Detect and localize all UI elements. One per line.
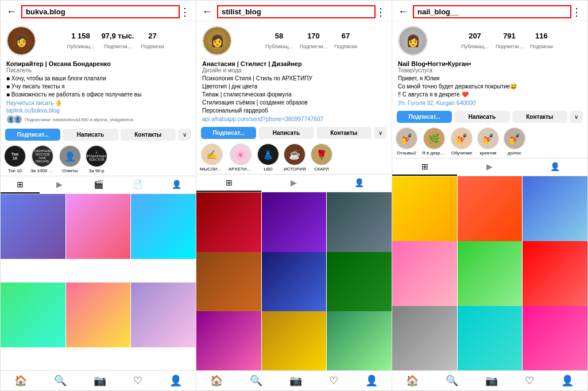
bottom-nav-stilist: 🏠 🔍 📷 ♡ 👤 (196, 370, 392, 390)
back-button-nail[interactable]: ← (398, 6, 408, 18)
grid-item-n3[interactable] (523, 176, 587, 241)
tab-grid-bukva[interactable]: ⊞ (1, 176, 40, 193)
stats-stilist: 58 Публикац... 170 Подписчи... 67 Подпис… (237, 32, 386, 51)
subscribe-button-stilist[interactable]: Подписат... (201, 127, 256, 139)
nav-home-stilist[interactable]: 🏠 (210, 374, 223, 387)
grid-item-n4[interactable] (392, 241, 457, 306)
write-button-bukva[interactable]: Написать (63, 129, 118, 141)
nav-search-bukva[interactable]: 🔍 (54, 374, 67, 387)
highlight-1000[interactable]: СБОРНИКПОСТОВНАК ПИСАТЬ За 1000 руб. (30, 145, 55, 173)
back-button-bukva[interactable]: ← (6, 6, 17, 18)
tab-saved-bukva[interactable]: 📄 (118, 176, 157, 193)
tab-tagged-nail[interactable]: 👤 (523, 158, 587, 176)
highlights-nail: 💅 Отзывы2 🌿 Я в декрете... 💅 Обучение 💅 … (392, 125, 587, 158)
grid-item-s6[interactable] (327, 252, 392, 317)
contacts-button-bukva[interactable]: Контакты (121, 129, 176, 141)
tab-grid-stilist[interactable]: ⊞ (196, 175, 261, 192)
profile-stilist: ← stilist_blog ⋮ 👩 58 Публикац... 170 По… (196, 1, 392, 390)
highlight-otzyvy[interactable]: 💅 Отзывы2 (396, 127, 417, 156)
grid-item-n5[interactable] (458, 241, 523, 306)
highlight-lbd[interactable]: 👗 LBD (257, 144, 279, 172)
grid-item-n7[interactable] (392, 306, 457, 370)
tab-video-nail[interactable]: ▶ (457, 158, 522, 176)
link-bukva[interactable]: taplink.cc/bukva.blog (6, 107, 190, 114)
tab-video-bukva[interactable]: ▶ (40, 176, 79, 193)
link-stilist[interactable]: api.whatsapp.com/send?phone=380997747607 (202, 116, 386, 122)
subscribe-button-nail[interactable]: Подписат... (397, 111, 452, 123)
nav-search-nail[interactable]: 🔍 (446, 374, 458, 387)
highlight-historia[interactable]: ☕ ИСТОРИЯ (284, 144, 306, 172)
nav-profile-stilist[interactable]: 👤 (365, 374, 378, 387)
profile-info-nail: 👩 207 Публикац... 791 Подписчи... 116 По… (392, 21, 587, 60)
back-button-stilist[interactable]: ← (202, 6, 212, 18)
tab-igtv-bukva[interactable]: 🎬 (79, 176, 118, 193)
nav-likes-stilist[interactable]: ♡ (329, 374, 338, 387)
nav-search-stilist[interactable]: 🔍 (250, 374, 262, 387)
highlight-90[interactable]: 7 ПРОДАЮЩИХТЕКСТОВ За 90 р (86, 145, 107, 173)
nav-profile-nail[interactable]: 👤 (561, 374, 574, 387)
grid-item-s5[interactable] (262, 252, 327, 317)
nav-profile-bukva[interactable]: 👤 (169, 374, 182, 387)
grid-item-2[interactable] (66, 194, 131, 259)
highlight-before-after[interactable]: 💅 до/пос (504, 127, 525, 156)
bio-text-stilist: Психология Стиля | Стиль по АРХЕТИПУ Цве… (202, 75, 386, 115)
grid-item-n2[interactable] (458, 176, 523, 241)
nav-camera-bukva[interactable]: 📷 (94, 374, 106, 387)
grid-item-5[interactable] (66, 282, 131, 347)
tab-video-stilist[interactable]: ▶ (261, 175, 326, 192)
profile-nail: ← nail_blog__ ⋮ 👩 207 Публикац... 791 По… (392, 1, 587, 390)
learn-link-bukva[interactable]: Научиться писать 🤚 (6, 100, 190, 106)
more-button-bukva[interactable]: ⋮ (180, 6, 190, 18)
grid-item-n1[interactable] (392, 176, 457, 241)
grid-item-s8[interactable] (262, 311, 327, 370)
highlight-training[interactable]: 💅 Обучение (451, 127, 473, 156)
dropdown-button-bukva[interactable]: ∨ (178, 129, 191, 141)
highlight-decree[interactable]: 🌿 Я в декрете... (422, 127, 446, 156)
grid-item-n9[interactable] (523, 306, 587, 370)
tab-tagged-bukva[interactable]: 👤 (157, 176, 196, 193)
grid-item-s9[interactable]: ЦВЕТА (327, 311, 392, 370)
stat-following-bukva: 27 Подписки (141, 32, 164, 51)
nav-home-bukva[interactable]: 🏠 (14, 374, 27, 387)
grid-item-s3[interactable] (327, 192, 392, 257)
highlight-mysli[interactable]: ✍️ МЫСЛИ2Ч... (200, 144, 224, 172)
more-button-nail[interactable]: ⋮ (571, 6, 582, 18)
grid-item-s4[interactable] (196, 252, 261, 317)
photo-grid-nail (392, 176, 587, 370)
subscribe-button-bukva[interactable]: Подписат... (5, 129, 60, 141)
highlight-answers[interactable]: 👤 Ответы (59, 145, 81, 173)
grid-item-n6[interactable] (523, 241, 587, 306)
photo-grid-bukva (1, 194, 196, 370)
highlight-top10[interactable]: Топ10 Топ 10 (4, 145, 26, 173)
highlight-archetipy[interactable]: 🌸 АРХЕТИПЫ (229, 144, 253, 172)
nav-camera-stilist[interactable]: 📷 (289, 374, 302, 387)
highlight-circle-answers: 👤 (59, 145, 81, 167)
more-button-stilist[interactable]: ⋮ (376, 6, 386, 18)
contacts-button-nail[interactable]: Контакты (512, 111, 567, 123)
nav-likes-nail[interactable]: ♡ (525, 374, 534, 387)
grid-item-s2[interactable] (262, 192, 327, 257)
dropdown-button-nail[interactable]: ∨ (570, 111, 583, 123)
grid-item-s1[interactable] (196, 192, 261, 257)
write-button-stilist[interactable]: Написать (258, 127, 314, 139)
highlight-circle-90: 7 ПРОДАЮЩИХТЕКСТОВ (86, 145, 107, 167)
app-container: ← bukva.blog ⋮ 👩 1 158 Публикац... 97,9 … (0, 0, 588, 391)
highlight-skarl[interactable]: 🌹 СКАРЛ (311, 144, 332, 172)
nav-camera-nail[interactable]: 📷 (485, 374, 498, 387)
nav-home-nail[interactable]: 🏠 (406, 374, 419, 387)
grid-item-3[interactable] (131, 194, 196, 259)
username-nail: nail_blog__ (413, 5, 571, 18)
tab-tagged-stilist[interactable]: 👤 (327, 175, 392, 192)
tab-grid-nail[interactable]: ⊞ (392, 158, 457, 176)
contacts-button-stilist[interactable]: Контакты (316, 127, 372, 139)
write-button-nail[interactable]: Написать (454, 111, 509, 123)
grid-item-1[interactable] (1, 194, 65, 259)
grid-item-4[interactable] (1, 282, 65, 347)
nav-likes-bukva[interactable]: ♡ (133, 374, 142, 387)
dropdown-button-stilist[interactable]: ∨ (374, 127, 387, 139)
highlight-kreativ[interactable]: 💅 креатив (477, 127, 499, 156)
link-nail[interactable]: Ул. Гоголя 92, Kurgan 640000 (398, 100, 582, 106)
grid-item-6[interactable] (131, 282, 196, 347)
grid-item-n8[interactable] (458, 306, 523, 370)
grid-item-s7[interactable] (196, 311, 261, 370)
